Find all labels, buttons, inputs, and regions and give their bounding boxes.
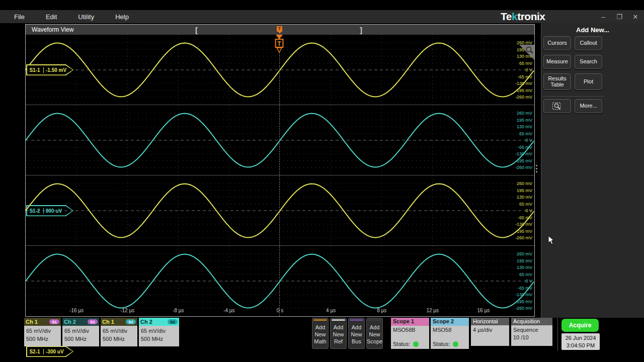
channel-box-ch2-s1[interactable]: Ch 2S1 65 mV/div500 MHz [62, 318, 99, 346]
y-tick-label: 0 V [525, 279, 532, 284]
x-tick-label: 0 s [277, 308, 283, 315]
measure-button[interactable]: Measure [543, 55, 571, 69]
datetime-display: 26 Jun 20243:04:50 PM [561, 333, 600, 350]
zoom-select-icon [552, 102, 563, 111]
cursors-button[interactable]: Cursors [543, 36, 571, 50]
channel-badge-s1-1[interactable]: S1-1-1.50 mV [26, 64, 73, 75]
y-tick-label: -130 mV [515, 81, 532, 86]
waveform-view-panel: Waveform View [ ] T 260 mV195 mV130 mV65… [25, 24, 535, 317]
y-tick-label: -195 mV [515, 158, 532, 163]
x-tick-label: -8 µs [173, 308, 184, 315]
add-new-title: Add New... [541, 23, 644, 34]
trigger-position-marker[interactable]: T [277, 26, 282, 32]
y-tick-label: -130 mV [515, 292, 532, 297]
y-tick-label: -65 mV [518, 215, 532, 220]
scope1-box[interactable]: Scope 1 MSO58B Status: [391, 318, 429, 349]
pan-bracket-left[interactable]: [ [195, 25, 198, 35]
waveform-row-s2-2: 260 mV195 mV130 mV65 mV0 V-65 mV-130 mV-… [26, 246, 534, 316]
y-tick-label: -65 mV [518, 286, 532, 291]
magnifier-icon [525, 46, 533, 54]
svg-text:T: T [277, 40, 281, 47]
y-tick-label: 130 mV [517, 124, 532, 129]
y-tick-label: -260 mV [515, 165, 532, 170]
y-tick-label: -195 mV [515, 299, 532, 304]
status-ok-dot [453, 341, 458, 347]
close-button[interactable]: ✕ [631, 13, 640, 21]
y-tick-label: 65 mV [519, 131, 532, 136]
search-button[interactable]: Search [575, 55, 602, 69]
channel-box-ch1-s2[interactable]: Ch 1S2 65 mV/div500 MHz [101, 318, 137, 346]
minimize-button[interactable]: – [599, 13, 608, 21]
waveform-row-s2-1: 260 mV195 mV130 mV65 mV0 V-65 mV-130 mV-… [26, 175, 534, 246]
y-tick-label: 130 mV [517, 265, 532, 270]
add-new-math-button[interactable]: AddNewMath [312, 318, 329, 349]
y-tick-label: 195 mV [517, 188, 532, 193]
add-new-scope-button[interactable]: AddNewScope [366, 318, 383, 349]
panel-splitter-handle[interactable] [536, 165, 537, 172]
y-tick-label: 260 mV [517, 251, 532, 256]
menu-help[interactable]: Help [108, 11, 136, 23]
waveform-row-s1-2: 260 mV195 mV130 mV65 mV0 V-65 mV-130 mV-… [26, 105, 534, 175]
x-tick-label: -16 µs [69, 308, 84, 315]
y-tick-label: 0 V [525, 208, 532, 213]
add-new-bus-button[interactable]: AddNewBus [348, 318, 365, 349]
x-tick-label: 8 µs [377, 308, 386, 315]
waveform-view-title: Waveform View [32, 26, 73, 33]
waveform-trace-s2-1 [26, 175, 534, 246]
trigger-level-marker[interactable]: T [273, 34, 285, 56]
scope2-box[interactable]: Scope 2 MSO58 Status: [431, 318, 469, 349]
bottom-bar: Ch 1S1 65 mV/div500 MHz Ch 2S1 65 mV/div… [0, 318, 644, 353]
x-tick-label: -4 µs [223, 308, 234, 315]
y-tick-label: 130 mV [517, 195, 532, 200]
y-tick-label: -130 mV [515, 151, 532, 156]
x-tick-label: 16 µs [477, 308, 490, 315]
waveform-plot-area: 260 mV195 mV130 mV65 mV0 V-65 mV-130 mV-… [26, 35, 534, 316]
channel-box-ch2-s2[interactable]: Ch 2S2 65 mV/div500 MHz [139, 318, 179, 346]
restore-button[interactable]: ❐ [615, 13, 624, 21]
add-new-ref-button[interactable]: AddNewRef [330, 318, 347, 349]
more-button[interactable]: More... [575, 99, 602, 113]
pan-bracket-right[interactable]: ] [360, 25, 362, 35]
y-tick-label: 65 mV [519, 202, 532, 207]
trigger-time-line [279, 35, 280, 316]
scope-tag-pill: S1 [49, 319, 59, 324]
add-new-panel: Add New... Cursors Callout Measure Searc… [541, 23, 644, 318]
y-tick-label: 0 V [525, 138, 532, 143]
horizontal-box[interactable]: Horizontal 4 µs/div [471, 318, 509, 346]
y-tick-label: 65 mV [519, 272, 532, 277]
menu-bar: File Edit Utility Help Tektronix – ❐ ✕ [0, 10, 644, 23]
scope-tag-pill: S2 [126, 319, 136, 324]
status-ok-dot [413, 341, 419, 347]
x-tick-label: 4 µs [326, 308, 336, 315]
y-tick-label: -195 mV [515, 88, 532, 93]
scope-tag-pill: S1 [88, 319, 98, 324]
y-tick-label: 65 mV [519, 61, 532, 66]
waveform-trace-s2-2 [26, 246, 534, 316]
waveform-trace-s1-2 [26, 105, 534, 175]
y-tick-label: -260 mV [515, 95, 532, 100]
channel-box-ch1-s1[interactable]: Ch 1S1 65 mV/div500 MHz [24, 318, 61, 346]
results-table-button[interactable]: Results Table [543, 73, 571, 90]
y-tick-label: -65 mV [518, 145, 532, 150]
menu-edit[interactable]: Edit [39, 11, 64, 23]
y-tick-label: -195 mV [515, 229, 532, 234]
y-tick-label: 260 mV [517, 40, 532, 45]
waveform-view-titlebar: Waveform View [ ] T [26, 25, 534, 35]
callout-button[interactable]: Callout [575, 36, 602, 50]
zoom-mode-button[interactable] [543, 99, 571, 113]
x-tick-label: 12 µs [426, 308, 439, 315]
y-tick-label: -260 mV [515, 235, 532, 240]
plot-button[interactable]: Plot [575, 73, 602, 90]
y-tick-label: 0 V [525, 67, 532, 72]
y-tick-label: 195 mV [517, 258, 532, 263]
y-tick-label: -130 mV [515, 222, 532, 227]
y-tick-label: 260 mV [517, 111, 532, 116]
x-tick-label: -12 µs [120, 308, 134, 315]
menu-file[interactable]: File [7, 11, 32, 23]
tektronix-logo: Tektronix [501, 11, 545, 23]
y-tick-label: 195 mV [517, 118, 532, 123]
acquire-button[interactable]: Acquire [561, 319, 599, 332]
menu-utility[interactable]: Utility [71, 11, 101, 23]
scope-tag-pill: S2 [168, 319, 178, 324]
acquisition-box[interactable]: Acquisition Sequence10 /10 [511, 318, 552, 346]
